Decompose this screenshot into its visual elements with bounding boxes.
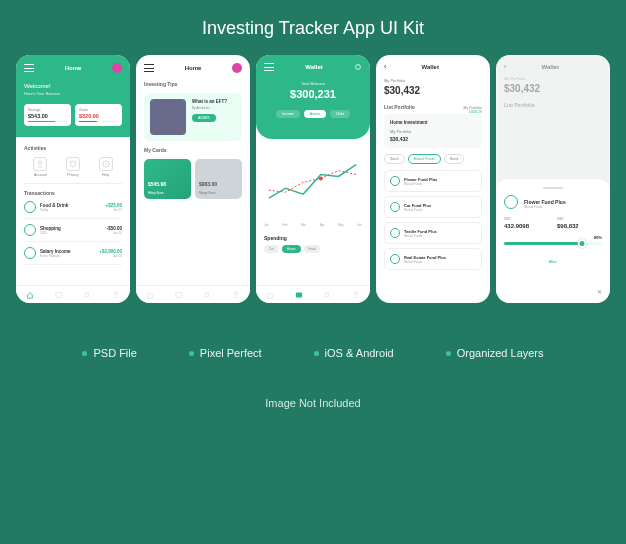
transaction-row[interactable]: Food & DrinkToday +$25.00Jan 12 (24, 196, 122, 219)
spend-tab-house[interactable]: House (282, 245, 301, 253)
help-icon: ? (99, 157, 113, 171)
home-investment-card[interactable]: Home Investment My Portfolio $30,432 (384, 114, 482, 148)
fund-sub: Mutual Funds (524, 205, 566, 209)
col2-label: USD (557, 217, 602, 221)
nav-bell-icon[interactable] (83, 291, 91, 299)
credit-card[interactable]: $983.00 Margo Sizes (195, 159, 242, 199)
tip-question: What is an EFT? (192, 99, 236, 104)
screen-wallet-chart: Wallet Total Balance $300,231 Income Ass… (256, 55, 370, 303)
alloc-label: Alloc (504, 259, 602, 264)
card-value: $983.00 (199, 181, 217, 187)
feature-item: Organized Layers (446, 347, 544, 359)
tip-card[interactable]: What is an EFT? By Arnold tes ASSES (144, 93, 242, 141)
tab-debt[interactable]: Debt (330, 110, 349, 118)
menu-icon[interactable] (264, 63, 274, 71)
spending-title: Spending (264, 235, 362, 241)
slider-thumb[interactable] (578, 239, 587, 248)
fund-row[interactable]: Flower Fund PlusMutual Funds (384, 170, 482, 192)
sheet-handle[interactable] (543, 187, 563, 189)
tip-author: By Arnold tes (192, 106, 236, 110)
nav-profile-icon[interactable] (232, 291, 240, 299)
nav-home-icon[interactable] (266, 291, 274, 299)
slider-percent: 80% (594, 235, 602, 240)
screens-row: Home Welcome! Here's Your Balance Saving… (0, 55, 626, 303)
transaction-row[interactable]: Shopping2023 -$50.00Jan 10 (24, 219, 122, 242)
activity-privacy[interactable]: Privacy (66, 157, 80, 177)
avatar[interactable] (232, 63, 242, 73)
home-inv-title: Home Investment (390, 120, 476, 125)
svg-point-4 (114, 291, 117, 294)
svg-rect-5 (176, 292, 182, 297)
bottom-nav (136, 285, 250, 303)
footer-note: Image Not Included (0, 397, 626, 409)
nav-bell-icon[interactable] (323, 291, 331, 299)
screen-title: Wallet (512, 64, 588, 70)
line-chart (264, 151, 362, 219)
food-icon (24, 201, 36, 213)
feature-item: iOS & Android (314, 347, 394, 359)
screen-title: Wallet (305, 64, 322, 70)
nav-profile-icon[interactable] (112, 291, 120, 299)
fund-icon (390, 254, 400, 264)
tip-button[interactable]: ASSES (192, 114, 216, 122)
nav-wallet-icon[interactable] (295, 291, 303, 299)
nav-profile-icon[interactable] (352, 291, 360, 299)
fund-icon (390, 202, 400, 212)
card-value: $545.98 (148, 181, 166, 187)
portfolio-value: $30,432 (384, 85, 482, 96)
activity-help[interactable]: ?Help (99, 157, 113, 177)
portfolio-label: My Portfolio (384, 78, 482, 83)
credit-card[interactable]: $545.98 Hilary Sizes (144, 159, 191, 199)
screen-home-dashboard: Home Welcome! Here's Your Balance Saving… (16, 55, 130, 303)
feature-item: PSD File (82, 347, 136, 359)
spend-tab-car[interactable]: Car (264, 245, 279, 253)
nav-home-icon[interactable] (26, 291, 34, 299)
menu-icon[interactable] (24, 64, 34, 72)
svg-point-6 (234, 291, 237, 294)
fund-icon (390, 176, 400, 186)
savings-card[interactable]: Savings $543.00 (24, 104, 71, 126)
menu-icon[interactable] (144, 64, 154, 72)
fund-row[interactable]: Real Estate Fund PlusMutual Funds (384, 248, 482, 270)
svg-point-10 (354, 291, 357, 294)
col1-value: 432.9098 (504, 223, 549, 229)
goals-value: $320.90 (79, 113, 118, 119)
fund-row[interactable]: Textile Fund PlusMutual Funds (384, 222, 482, 244)
features-row: PSD File Pixel Perfect iOS & Android Org… (0, 347, 626, 359)
transaction-row[interactable]: Salary IncomeEuras Palawan +$2,900.00Jan… (24, 242, 122, 265)
fund-row[interactable]: Car Fund PlusMutual Funds (384, 196, 482, 218)
filter-mutual[interactable]: Mutual Funds (408, 154, 441, 164)
activity-account[interactable]: Account (33, 157, 47, 177)
back-icon[interactable]: ‹ (384, 63, 386, 70)
allocation-slider[interactable]: 80% (504, 237, 602, 251)
nav-bell-icon[interactable] (203, 291, 211, 299)
shopping-icon (24, 224, 36, 236)
tips-title: Investing Tips (136, 81, 250, 87)
back-icon[interactable]: ‹ (504, 63, 506, 70)
fund-icon (390, 228, 400, 238)
filter-bond[interactable]: Bond (444, 154, 464, 164)
nav-wallet-icon[interactable] (55, 291, 63, 299)
tab-income[interactable]: Income (276, 110, 299, 118)
mycards-title: My Cards (136, 147, 250, 153)
screen-wallet-sheet: ‹ Wallet My Portfolio $30,432 List Portf… (496, 55, 610, 303)
savings-label: Savings (28, 108, 67, 112)
fund-icon (504, 195, 518, 209)
activities-title: Activities (24, 145, 122, 151)
avatar[interactable] (112, 63, 122, 73)
filter-stock[interactable]: Stock (384, 154, 405, 164)
svg-point-7 (356, 65, 361, 70)
nav-wallet-icon[interactable] (175, 291, 183, 299)
salary-icon (24, 247, 36, 259)
nav-home-icon[interactable] (146, 291, 154, 299)
tab-assets[interactable]: Assets (304, 110, 327, 118)
screen-title: Home (185, 65, 202, 71)
close-icon[interactable]: ✕ (597, 288, 602, 295)
spend-tab-food[interactable]: Food (304, 245, 321, 253)
svg-point-8 (319, 176, 323, 180)
screen-title: Wallet (392, 64, 468, 70)
settings-icon[interactable] (354, 63, 362, 71)
welcome-subtitle: Here's Your Balance (24, 91, 122, 96)
goals-card[interactable]: Goals $320.90 (75, 104, 122, 126)
svg-point-0 (39, 161, 42, 164)
